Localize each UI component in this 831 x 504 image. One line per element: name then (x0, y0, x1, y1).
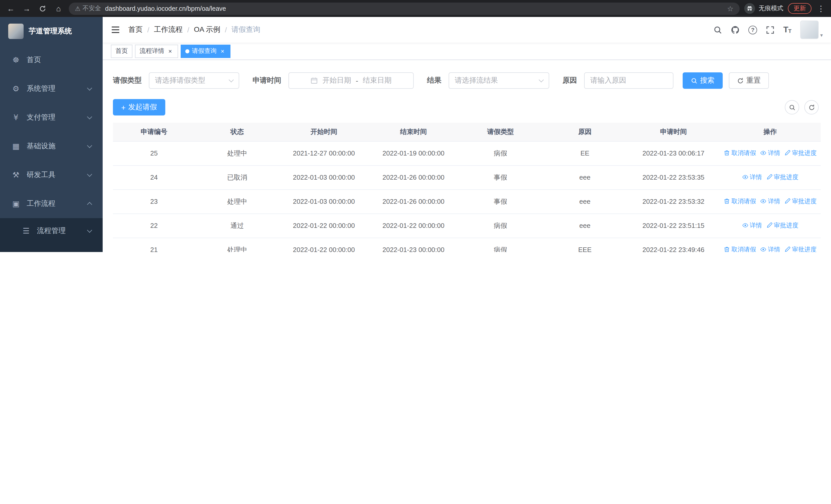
cancel-leave-link[interactable]: 取消请假 (724, 245, 756, 252)
cell-applied: 2022-01-22 23:51:15 (627, 213, 720, 238)
security-warning-label: 不安全 (83, 4, 101, 13)
approval-progress-link[interactable]: 审批进度 (766, 221, 798, 230)
reset-button[interactable]: 重置 (729, 72, 769, 89)
table-column-header: 申请时间 (627, 123, 720, 141)
approval-progress-link[interactable]: 审批进度 (784, 197, 816, 206)
tab-home[interactable]: 首页 (111, 45, 133, 58)
sidebar-item-system[interactable]: ⚙系统管理 (0, 75, 103, 103)
github-icon[interactable] (731, 25, 740, 34)
breadcrumb-item-current: 请假查询 (231, 25, 260, 34)
leave-table: 申请编号状态开始时间结束时间请假类型原因申请时间操作 25处理中2021-12-… (113, 123, 821, 252)
date-separator: - (356, 77, 358, 85)
chrome-update-button[interactable]: 更新 (788, 3, 811, 14)
apply-time-label: 申请时间 (253, 76, 281, 85)
user-menu[interactable]: ▾ (800, 21, 823, 39)
leave-type-select[interactable]: 请选择请假类型 (149, 72, 239, 89)
sidebar-item-payment[interactable]: ¥支付管理 (0, 103, 103, 132)
help-icon[interactable]: ? (748, 25, 757, 34)
breadcrumb-item-home[interactable]: 首页 (128, 25, 143, 34)
breadcrumb: 首页 / 工作流程 / OA 示例 / 请假查询 (128, 25, 260, 34)
sidebar-item-process-mgmt[interactable]: ☰流程管理 (0, 218, 103, 244)
yen-icon: ¥ (10, 113, 22, 122)
reason-label: 原因 (563, 76, 577, 85)
tab-label: 首页 (115, 47, 128, 55)
cell-status: 处理中 (195, 189, 279, 213)
table-column-header: 申请编号 (113, 123, 195, 141)
search-icon[interactable] (713, 25, 722, 34)
sidebar-item-home[interactable]: ☸首页 (0, 46, 103, 75)
search-button[interactable]: 搜索 (683, 72, 723, 89)
cell-type: 病假 (458, 238, 543, 252)
chevron-up-icon (87, 202, 92, 207)
result-select[interactable]: 请选择流结果 (449, 72, 549, 89)
fullscreen-icon[interactable] (766, 25, 775, 34)
create-leave-button[interactable]: + 发起请假 (113, 99, 165, 116)
breadcrumb-item-workflow[interactable]: 工作流程 (154, 25, 183, 34)
cell-applied: 2022-01-23 00:06:17 (627, 141, 720, 165)
sidebar: 芋道管理系统 ☸首页⚙系统管理¥支付管理▦基础设施⚒研发工具▣工作流程☰流程管理… (0, 17, 103, 252)
toggle-search-button[interactable] (785, 100, 799, 114)
cell-reason: eee (543, 165, 627, 189)
sidebar-item-workflow[interactable]: ▣工作流程 (0, 189, 103, 218)
browser-menu-icon[interactable]: ⋮ (816, 4, 826, 13)
sidebar-item-devtools[interactable]: ⚒研发工具 (0, 161, 103, 189)
close-icon[interactable]: × (167, 48, 173, 54)
table-body: 25处理中2021-12-27 00:00:002022-01-19 00:00… (113, 141, 821, 252)
chevron-down-icon (87, 85, 92, 91)
plus-icon: + (121, 103, 126, 111)
cell-reason: eee (543, 189, 627, 213)
apply-time-range-picker[interactable]: 开始日期 - 结束日期 (288, 72, 414, 89)
cell-id: 21 (113, 238, 195, 252)
app-logo[interactable]: 芋道管理系统 (0, 17, 103, 46)
cell-end: 2022-01-26 00:00:00 (369, 165, 458, 189)
close-icon[interactable]: × (219, 48, 226, 54)
detail-link[interactable]: 详情 (742, 221, 762, 230)
reload-button[interactable] (37, 3, 48, 14)
tab-process-detail[interactable]: 流程详情 × (135, 45, 178, 58)
table-column-header: 结束时间 (369, 123, 458, 141)
start-date-input: 开始日期 (322, 76, 351, 85)
hamburger-icon[interactable] (111, 25, 120, 34)
cell-applied: 2022-01-22 23:53:32 (627, 189, 720, 213)
sidebar-item-label: 支付管理 (27, 113, 55, 122)
cell-start: 2022-01-22 00:00:00 (279, 213, 369, 238)
reason-input[interactable]: 请输入原因 (584, 72, 674, 89)
sidebar-item-label: 基础设施 (27, 142, 55, 151)
cancel-leave-link[interactable]: 取消请假 (724, 149, 756, 157)
tools-icon: ⚒ (10, 170, 22, 180)
approval-progress-link[interactable]: 审批进度 (766, 173, 798, 182)
detail-link[interactable]: 详情 (760, 149, 780, 157)
address-bar[interactable]: ⚠ 不安全 dashboard.yudao.iocoder.cn/bpm/oa/… (69, 2, 740, 14)
forward-button[interactable]: → (21, 3, 32, 14)
bookmark-star-icon[interactable]: ☆ (727, 4, 734, 12)
approval-progress-link[interactable]: 审批进度 (784, 245, 816, 252)
cell-reason: EE (543, 141, 627, 165)
active-dot (185, 49, 190, 53)
security-warning[interactable]: ⚠ 不安全 (75, 4, 101, 13)
logo-image (8, 24, 24, 39)
sidebar-item-infra[interactable]: ▦基础设施 (0, 132, 103, 161)
detail-link[interactable]: 详情 (760, 245, 780, 252)
breadcrumb-item-oa-example[interactable]: OA 示例 (194, 25, 221, 34)
approval-progress-link[interactable]: 审批进度 (784, 149, 816, 157)
tab-leave-query[interactable]: 请假查询 × (181, 45, 230, 58)
cell-actions: 取消请假详情审批进度 (720, 189, 821, 213)
gear-icon: ⚙ (10, 84, 22, 93)
font-size-icon[interactable]: TT (783, 26, 792, 34)
detail-link[interactable]: 详情 (760, 197, 780, 206)
back-button[interactable]: ← (5, 3, 17, 14)
cell-status: 已取消 (195, 165, 279, 189)
sidebar-item-label: 首页 (27, 55, 41, 65)
browser-home-button[interactable]: ⌂ (53, 3, 64, 14)
sidebar-item-task-mgmt[interactable]: ⚐任务管理 (0, 244, 103, 252)
cell-end: 2022-01-26 00:00:00 (369, 189, 458, 213)
cancel-leave-link[interactable]: 取消请假 (724, 197, 756, 206)
refresh-table-button[interactable] (804, 100, 819, 114)
detail-link[interactable]: 详情 (742, 173, 762, 182)
page-content: 请假类型 请选择请假类型 申请时间 开始日期 - 结束日期 (103, 60, 831, 252)
user-avatar[interactable] (800, 21, 819, 39)
cell-status: 处理中 (195, 238, 279, 252)
table-header-row: 申请编号状态开始时间结束时间请假类型原因申请时间操作 (113, 123, 821, 141)
cell-actions: 取消请假详情审批进度 (720, 238, 821, 252)
warning-icon: ⚠ (75, 5, 81, 12)
